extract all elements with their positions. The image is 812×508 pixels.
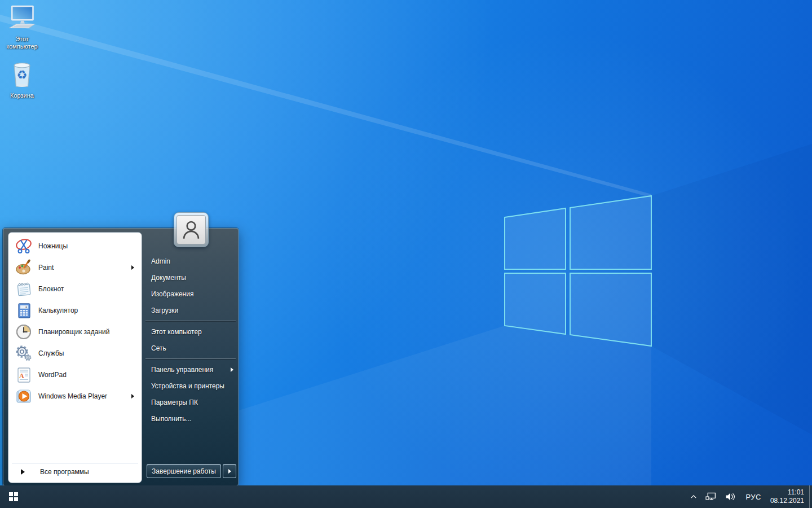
windows-logo-icon bbox=[9, 492, 18, 501]
clock-date: 08.12.2021 bbox=[770, 497, 804, 505]
menu-item-label: Этот компьютер bbox=[151, 328, 202, 336]
snipping-tool-icon bbox=[15, 237, 33, 255]
this-pc-icon bbox=[6, 5, 38, 34]
svg-text:A: A bbox=[19, 372, 24, 380]
desktop-icon-recycle-bin[interactable]: ♻ Корзина bbox=[0, 59, 44, 99]
start-menu-item-network[interactable]: Сеть bbox=[142, 340, 239, 356]
svg-text:0: 0 bbox=[25, 306, 27, 309]
start-menu-item-notepad[interactable]: Блокнот bbox=[10, 278, 140, 300]
start-menu-item-snipping-tool[interactable]: Ножницы bbox=[10, 235, 140, 257]
menu-item-label: Сеть bbox=[151, 344, 166, 352]
menu-separator bbox=[145, 358, 236, 359]
start-menu-item-this-pc[interactable]: Этот компьютер bbox=[142, 323, 239, 340]
start-menu-item-run[interactable]: Выполнить... bbox=[142, 410, 239, 427]
start-menu-item-control-panel[interactable]: Панель управления bbox=[142, 361, 239, 378]
start-menu-programs-panel: Ножницы Paint bbox=[8, 232, 142, 483]
language-indicator[interactable]: РУС bbox=[740, 485, 767, 508]
menu-item-label: WordPad bbox=[38, 371, 67, 379]
start-menu-places-panel: Admin Документы Изображения Загрузки Это… bbox=[142, 229, 239, 487]
tray-network-button[interactable] bbox=[701, 485, 721, 508]
menu-item-label: Параметры ПК bbox=[151, 398, 198, 406]
paint-icon bbox=[15, 259, 33, 277]
start-menu-item-pc-settings[interactable]: Параметры ПК bbox=[142, 394, 239, 410]
network-icon bbox=[705, 492, 717, 502]
all-programs-label: Все программы bbox=[40, 468, 89, 476]
menu-item-label: Устройства и принтеры bbox=[151, 382, 224, 390]
menu-item-label: Paint bbox=[38, 264, 54, 271]
start-menu-item-documents[interactable]: Документы bbox=[142, 269, 239, 286]
chevron-up-icon bbox=[690, 493, 698, 501]
menu-item-label: Ножницы bbox=[38, 242, 68, 250]
menu-item-label: Планировщик заданий bbox=[38, 328, 109, 336]
start-menu-item-downloads[interactable]: Загрузки bbox=[142, 302, 239, 318]
task-scheduler-icon bbox=[15, 323, 33, 341]
menu-item-label: Документы bbox=[151, 274, 186, 282]
services-gears-icon bbox=[15, 344, 33, 362]
shutdown-button[interactable]: Завершение работы bbox=[147, 464, 221, 478]
menu-item-label: Изображения bbox=[151, 290, 193, 298]
menu-item-label: Загрузки bbox=[151, 306, 178, 314]
all-programs-arrow-icon bbox=[21, 469, 25, 475]
shutdown-options-arrow-button[interactable] bbox=[223, 464, 236, 478]
all-programs-button[interactable]: Все программы bbox=[12, 463, 138, 480]
volume-icon bbox=[725, 492, 736, 502]
shutdown-row: Завершение работы bbox=[147, 464, 236, 478]
start-menu-item-devices-printers[interactable]: Устройства и принтеры bbox=[142, 378, 239, 394]
menu-item-label: Калькулятор bbox=[38, 306, 78, 314]
start-menu-item-paint[interactable]: Paint bbox=[10, 257, 140, 278]
tray-volume-button[interactable] bbox=[721, 485, 740, 508]
desktop-icon-label: Корзина bbox=[10, 92, 34, 99]
desktop-icon-this-pc[interactable]: Этот компьютер bbox=[0, 5, 44, 50]
calculator-icon: 0 bbox=[15, 301, 33, 319]
menu-item-label: Admin bbox=[151, 257, 170, 265]
start-menu-item-wordpad[interactable]: A WordPad bbox=[10, 364, 140, 386]
menu-separator bbox=[145, 321, 236, 321]
start-menu-item-user-admin[interactable]: Admin bbox=[142, 253, 239, 269]
svg-text:♻: ♻ bbox=[17, 68, 28, 82]
menu-item-label: Панель управления bbox=[151, 366, 213, 374]
start-menu: Ножницы Paint bbox=[3, 228, 239, 486]
desktop-icon-label: Этот компьютер bbox=[0, 36, 44, 50]
submenu-arrow-icon bbox=[131, 394, 134, 398]
recycle-bin-icon: ♻ bbox=[7, 59, 37, 90]
menu-item-label: Выполнить... bbox=[151, 415, 192, 423]
windows-media-player-icon bbox=[15, 387, 33, 405]
start-menu-item-pictures[interactable]: Изображения bbox=[142, 286, 239, 302]
start-menu-item-services[interactable]: Службы bbox=[10, 343, 140, 364]
menu-item-label: Службы bbox=[38, 349, 64, 357]
start-menu-item-task-scheduler[interactable]: Планировщик заданий bbox=[10, 321, 140, 343]
system-tray: РУС 11:01 08.12.2021 bbox=[686, 485, 812, 508]
tray-chevron-button[interactable] bbox=[686, 485, 701, 508]
clock-time: 11:01 bbox=[770, 488, 804, 497]
desktop: Этот компьютер ♻ Корзина bbox=[0, 0, 812, 508]
menu-item-label: Windows Media Player bbox=[38, 392, 107, 400]
menu-item-label: Блокнот bbox=[38, 285, 64, 293]
notepad-icon bbox=[15, 280, 33, 298]
submenu-arrow-icon bbox=[131, 265, 134, 270]
shutdown-arrow-icon bbox=[228, 469, 231, 474]
clock[interactable]: 11:01 08.12.2021 bbox=[767, 485, 809, 508]
taskbar: РУС 11:01 08.12.2021 bbox=[0, 485, 812, 508]
start-menu-item-windows-media-player[interactable]: Windows Media Player bbox=[10, 386, 140, 407]
submenu-arrow-icon bbox=[231, 367, 233, 372]
start-menu-item-calculator[interactable]: 0 Калькулятор bbox=[10, 300, 140, 321]
show-desktop-button[interactable] bbox=[809, 485, 812, 508]
start-button[interactable] bbox=[0, 485, 27, 508]
wordpad-icon: A bbox=[15, 366, 33, 384]
